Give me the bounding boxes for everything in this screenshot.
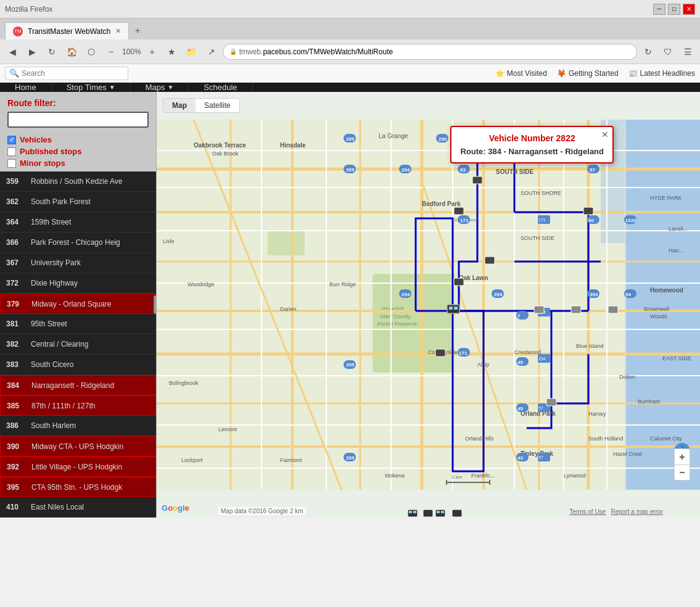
nav-stop-times[interactable]: Stop Times ▼ (52, 83, 131, 92)
svg-rect-181 (441, 511, 444, 513)
route-item-382[interactable]: 382Central / Clearing (0, 334, 156, 355)
route-item-379[interactable]: 379Midway - Orland Square (0, 294, 156, 314)
menu-button[interactable]: ☰ (679, 43, 696, 60)
svg-text:Blue Island: Blue Island (576, 343, 604, 349)
route-filter-input[interactable] (7, 112, 149, 128)
minor-stops-checkbox[interactable] (7, 159, 16, 168)
search-box[interactable]: 🔍 (5, 67, 128, 80)
svg-text:Lansil...: Lansil... (669, 226, 688, 232)
route-name: Park Forest - Chicago Heig (31, 238, 150, 247)
route-item-372[interactable]: 372Dixie Highway (0, 273, 156, 294)
svg-text:Frankfo...: Frankfo... (471, 473, 495, 479)
vehicles-checkbox-row[interactable]: Vehicles (7, 135, 149, 144)
route-item-395[interactable]: 395CTA 95th Stn. - UPS Hodgk (0, 477, 156, 497)
route-item-381[interactable]: 38195th Street (0, 314, 156, 334)
new-tab-button[interactable]: + (129, 22, 146, 39)
route-item-390[interactable]: 390Midway CTA - UPS Hodgkin (0, 436, 156, 456)
downloads-btn[interactable]: 📁 (183, 43, 200, 60)
minor-stops-checkbox-row[interactable]: Minor stops (7, 159, 149, 168)
rss-icon: 📰 (628, 69, 638, 78)
svg-rect-180 (437, 511, 440, 513)
svg-rect-173 (449, 307, 453, 310)
stop-button[interactable]: 🏠 (63, 43, 80, 60)
stop-times-caret-icon: ▼ (109, 84, 115, 91)
share-btn[interactable]: ↗ (203, 43, 220, 60)
search-input[interactable] (22, 69, 124, 78)
vehicles-label: Vehicles (20, 135, 52, 144)
nav-schedule[interactable]: Schedule (189, 83, 252, 92)
svg-rect-182 (452, 510, 462, 517)
terms-link[interactable]: Terms of Use (569, 508, 606, 515)
vehicle-popup-route: Route: 384 - Narragansett - Ridgeland (460, 147, 604, 156)
nav-maps-label: Maps ▼ (146, 83, 174, 92)
bookmarks-btn[interactable]: ★ (163, 43, 181, 60)
home-button[interactable]: ⬡ (83, 43, 100, 60)
svg-text:294: 294 (401, 167, 410, 173)
svg-text:Harvey: Harvey (588, 411, 606, 417)
route-item-386[interactable]: 386South Harlem (0, 416, 156, 436)
map-tab-map[interactable]: Map (163, 99, 196, 112)
vehicles-checkbox[interactable] (7, 136, 16, 144)
svg-text:Crestwood: Crestwood (514, 349, 541, 355)
svg-text:Darien: Darien (280, 306, 297, 312)
route-item-385[interactable]: 38587th / 111th / 127th (0, 395, 156, 416)
latest-headlines-link[interactable]: 📰 Latest Headlines (628, 69, 695, 78)
maximize-button[interactable]: □ (668, 4, 680, 15)
zoom-out-btn[interactable]: − (102, 43, 120, 60)
svg-rect-163 (454, 207, 464, 215)
google-logo: Google (162, 503, 189, 513)
route-item-367[interactable]: 367University Park (0, 253, 156, 273)
refresh-address-button[interactable]: ↻ (640, 43, 657, 60)
tab-close-button[interactable]: ✕ (115, 27, 121, 35)
route-number: 392 (7, 463, 25, 471)
route-item-392[interactable]: 392Little Village - UPS Hodgkin (0, 456, 156, 477)
svg-text:Woods: Woods (650, 313, 667, 320)
svg-text:290: 290 (439, 136, 447, 142)
minimize-button[interactable]: ─ (653, 4, 665, 15)
route-item-364[interactable]: 364159th Street (0, 212, 156, 233)
zoom-in-btn[interactable]: + (144, 43, 161, 60)
browser-frame: Mozilla Firefox ─ □ ✕ TM TransitMaster W… (0, 0, 700, 83)
nav-home[interactable]: Home (0, 83, 52, 92)
forward-button[interactable]: ▶ (23, 43, 41, 60)
svg-text:355: 355 (346, 167, 355, 173)
route-name: University Park (31, 258, 150, 267)
published-stops-checkbox[interactable] (7, 147, 16, 156)
route-item-362[interactable]: 362South Park Forest (0, 192, 156, 212)
report-link[interactable]: Report a map error (611, 508, 663, 515)
back-button[interactable]: ◀ (4, 43, 21, 60)
svg-text:HYDE PARK: HYDE PARK (650, 195, 681, 201)
svg-text:Mokena: Mokena (385, 473, 405, 479)
nav-maps[interactable]: Maps ▼ (131, 83, 189, 92)
search-bar: 🔍 ⭐ Most Visited 🦊 Getting Started 📰 Lat… (0, 64, 700, 83)
zoom-in-button[interactable]: + (674, 448, 690, 465)
route-name: Robbins / South Kedzie Ave (31, 177, 150, 186)
svg-text:57: 57 (538, 406, 543, 410)
svg-text:355: 355 (346, 136, 355, 142)
published-stops-checkbox-row[interactable]: Published stops (7, 147, 149, 156)
reload-button[interactable]: ↻ (43, 43, 60, 60)
route-item-383[interactable]: 383South Cicero (0, 355, 156, 375)
zoom-out-button[interactable]: − (674, 465, 690, 481)
route-item-384[interactable]: 384Narragansett - Ridgeland (0, 375, 156, 395)
route-name: South Cicero (31, 360, 150, 369)
svg-text:45: 45 (517, 360, 523, 365)
map-zoom-controls: + − (674, 448, 690, 481)
published-stops-label: Published stops (20, 147, 81, 156)
map-tab-satellite[interactable]: Satellite (196, 99, 239, 112)
route-name: Narragansett - Ridgeland (31, 381, 149, 390)
route-item-366[interactable]: 366Park Forest - Chicago Heig (0, 233, 156, 253)
route-item-410[interactable]: 410East Niles Local (0, 497, 156, 518)
popup-close-button[interactable]: ✕ (601, 130, 609, 139)
getting-started-link[interactable]: 🦊 Getting Started (557, 69, 619, 78)
route-number: 372 (6, 279, 25, 287)
route-number: 379 (7, 300, 25, 308)
route-item-359[interactable]: 359Robbins / South Kedzie Ave (0, 171, 156, 192)
title-bar: Mozilla Firefox ─ □ ✕ (0, 0, 700, 19)
minor-stops-label: Minor stops (20, 159, 65, 168)
most-visited-link[interactable]: ⭐ Most Visited (495, 69, 547, 78)
address-bar[interactable]: 🔒 tmweb.pacebus.com/TMWebWatch/MultiRout… (223, 44, 637, 60)
active-tab[interactable]: TM TransitMaster WebWatch ✕ (5, 22, 129, 39)
close-button[interactable]: ✕ (683, 4, 695, 15)
svg-rect-165 (485, 257, 495, 264)
